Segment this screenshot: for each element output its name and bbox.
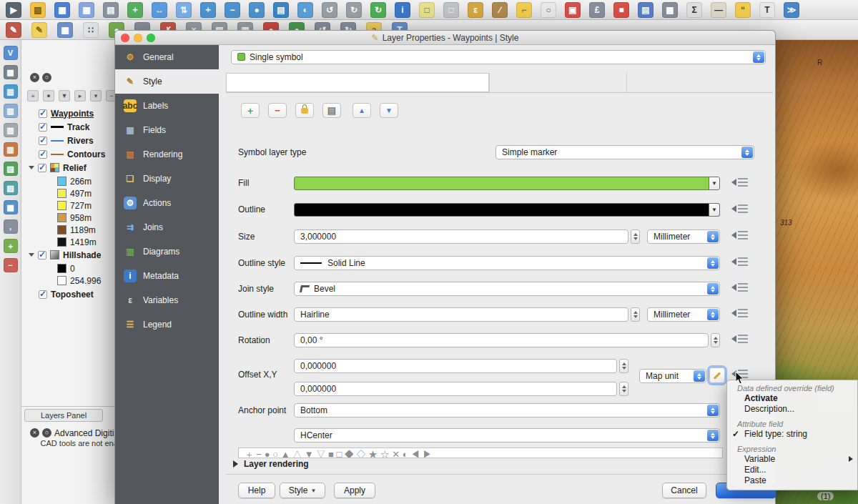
menu-item-edit[interactable]: Edit...	[727, 465, 857, 475]
legend-class-row[interactable]: 497m	[57, 187, 92, 199]
open-project-icon[interactable]: ▨	[30, 2, 46, 18]
legend-class-row[interactable]: 266m	[57, 175, 92, 187]
collapse-all-icon[interactable]: ▾	[90, 90, 102, 102]
Legend[interactable]: ☰ Legend	[115, 312, 219, 337]
node-tool-icon[interactable]: ∷	[83, 22, 99, 38]
zoom-next-icon[interactable]: ↻	[346, 2, 362, 18]
menu-item-activate[interactable]: Activate	[727, 393, 857, 404]
zoom-to-layer-icon[interactable]: ◐	[297, 2, 313, 18]
join-style-select[interactable]: Bevel	[294, 282, 720, 296]
size-stepper[interactable]	[631, 229, 640, 244]
symbol-layer-type-select[interactable]: Simple marker	[495, 145, 754, 159]
save-project-icon[interactable]: ▦	[54, 2, 70, 18]
legend-class-row[interactable]: 1419m	[57, 236, 97, 248]
Fields[interactable]: ▦ Fields	[115, 118, 219, 142]
legend-class-row[interactable]: 0	[57, 262, 75, 275]
marker-shape-list[interactable]: ＋ − ● ○ ▲ △ ▼ ▽ ■ □ ◆ ◇ ★ ☆ ✕ ◐ ◀ ▶	[238, 448, 723, 458]
add-raster-layer-icon[interactable]: ▦	[4, 65, 18, 79]
refresh-map-icon[interactable]: ↻	[370, 2, 386, 18]
lock-color-button[interactable]	[295, 103, 314, 118]
duplicate-symbol-layer-button[interactable]: ▤	[322, 103, 341, 118]
rotation-stepper[interactable]	[711, 333, 720, 347]
add-symbol-layer-button[interactable]: ＋	[241, 103, 260, 118]
collapse-icon[interactable]	[29, 166, 34, 169]
layer-row-relief[interactable]: Relief	[29, 162, 87, 174]
Diagrams[interactable]: ▥ Diagrams	[115, 239, 219, 264]
join-style-override-button[interactable]	[731, 282, 749, 295]
Metadata[interactable]: i Metadata	[115, 264, 219, 288]
toggle-editing-icon[interactable]: ✎	[31, 22, 47, 38]
move-up-button[interactable]: ▲	[352, 103, 371, 118]
zoom-window-icon[interactable]	[147, 34, 155, 42]
layer-checkbox[interactable]	[39, 150, 47, 159]
Display[interactable]: ❏ Display	[115, 167, 219, 191]
currency-tool-icon[interactable]: £	[589, 2, 605, 18]
Style[interactable]: ✎ Style	[115, 69, 219, 94]
size-input[interactable]: 3,000000	[294, 229, 628, 244]
Variables[interactable]: ε Variables	[115, 288, 219, 312]
text-annotation-icon[interactable]: T	[759, 2, 775, 18]
symbol-layers-tree[interactable]	[226, 73, 489, 92]
zoom-native-icon[interactable]: ●	[249, 2, 265, 18]
data-defined-assistant-button[interactable]	[709, 367, 725, 383]
menu-item-paste[interactable]: Paste	[727, 475, 857, 486]
Actions[interactable]: ⚙ Actions	[115, 191, 219, 215]
offset-y-input[interactable]: 0,000000	[294, 382, 617, 396]
size-override-button[interactable]	[731, 229, 749, 242]
renderer-select[interactable]: Single symbol	[231, 50, 766, 64]
statistics-sum-icon[interactable]: Σ	[686, 2, 702, 18]
add-wfs-layer-icon[interactable]: ▩	[4, 200, 18, 214]
layer-row-toposheet[interactable]: Toposheet	[39, 288, 94, 300]
expander-right-icon[interactable]	[233, 460, 238, 468]
minimize-window-icon[interactable]	[134, 34, 142, 42]
offset-x-input[interactable]: 0,000000	[294, 359, 617, 373]
Joins[interactable]: ⇉ Joins	[115, 215, 219, 239]
offset-x-stepper[interactable]	[619, 359, 628, 373]
move-down-button[interactable]: ▼	[380, 103, 398, 118]
menu-item-field-type[interactable]: ✓ Field type: string	[727, 429, 857, 440]
float-panel-icon[interactable]: ○	[42, 73, 51, 82]
raster-calculator-icon[interactable]: ▩	[662, 2, 678, 18]
current-edits-icon[interactable]: ✎	[6, 22, 21, 38]
General[interactable]: ⚙ General	[115, 45, 219, 69]
close-panel-icon[interactable]: ×	[30, 73, 39, 82]
outline-width-stepper[interactable]	[631, 307, 640, 322]
Rendering[interactable]: ▨ Rendering	[115, 142, 219, 167]
save-layer-edits-icon[interactable]: ▦	[57, 22, 73, 38]
anchor-vertical-select[interactable]: Bottom	[294, 403, 720, 417]
measure-line-icon[interactable]: —	[711, 2, 726, 18]
map-key-icon[interactable]: ⌐	[516, 2, 532, 18]
pan-tool-icon[interactable]: ▶	[6, 2, 21, 18]
layer-checkbox[interactable]	[38, 251, 46, 260]
style-menu-button[interactable]: Style ▼	[280, 483, 325, 498]
manage-visibility-icon[interactable]: ●	[43, 90, 54, 102]
expand-all-icon[interactable]: ▸	[74, 90, 86, 102]
fill-color-button[interactable]: ▼	[294, 177, 720, 190]
legend-class-row[interactable]: 1189m	[57, 224, 96, 236]
zoom-full-icon[interactable]: ▤	[273, 2, 289, 18]
outline-width-input[interactable]: Hairline	[294, 307, 628, 322]
pan-to-selection-icon[interactable]: ⇅	[176, 2, 192, 18]
measure-icon[interactable]: ∕	[492, 2, 508, 18]
legend-class-row[interactable]: 254.996	[57, 275, 101, 287]
layer-checkbox[interactable]	[39, 290, 47, 299]
outline-style-select[interactable]: Solid Line	[294, 256, 720, 270]
pan-map-icon[interactable]: ↔	[152, 2, 167, 18]
Labels[interactable]: abc Labels	[115, 94, 219, 118]
outline-override-button[interactable]	[731, 203, 749, 216]
python-console-icon[interactable]: ≫	[784, 2, 799, 18]
menu-item-variable[interactable]: Variable	[727, 454, 857, 465]
rotation-input[interactable]: 0,00 °	[294, 333, 709, 347]
anchor-horizontal-select[interactable]: HCenter	[294, 428, 720, 443]
zoom-out-icon[interactable]: −	[225, 2, 240, 18]
add-postgis-layer-icon[interactable]: ▥	[4, 84, 18, 99]
selection-tools-icon[interactable]: ▣	[565, 2, 581, 18]
new-map-view-icon[interactable]: ＋	[127, 2, 143, 18]
offset-unit-select[interactable]: Map unit	[639, 369, 706, 383]
new-print-composer-icon[interactable]: ▤	[103, 2, 119, 18]
select-features-icon[interactable]: □	[419, 2, 435, 18]
collapse-icon[interactable]	[29, 253, 34, 257]
layer-row-track[interactable]: Track	[39, 121, 89, 133]
offset-y-stepper[interactable]	[619, 382, 628, 396]
outline-width-override-button[interactable]	[731, 307, 749, 320]
